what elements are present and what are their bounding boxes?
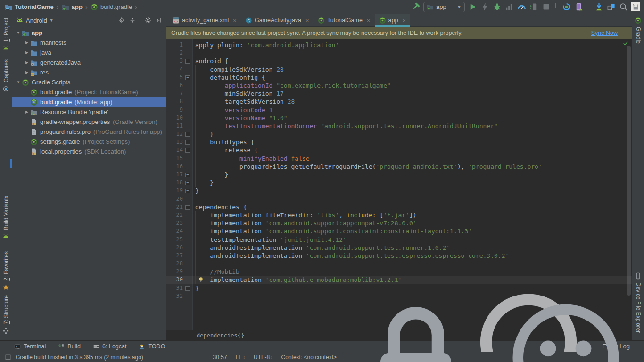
fold-end-icon[interactable]: − (185, 286, 190, 291)
intention-bulb-icon[interactable] (198, 276, 204, 283)
debug-icon[interactable] (493, 2, 502, 11)
code-line[interactable]: 19−} (166, 187, 632, 195)
tree-item-build-gradle[interactable]: build.gradle(Project: TutorialGame) (12, 87, 166, 97)
code-line[interactable]: 5− defaultConfig { (166, 74, 632, 82)
code-line[interactable]: 25 testImplementation 'junit:junit:4.12' (166, 236, 632, 244)
chevron-down-icon[interactable]: ▼ (50, 18, 54, 23)
code-line[interactable]: 9 versionCode 1 (166, 106, 632, 114)
tree-item-gradle-wrapper-properties[interactable]: gradle-wrapper.properties(Gradle Version… (12, 117, 166, 127)
chevron-collapsed-icon[interactable]: ▶ (24, 110, 30, 114)
attach-debugger-icon[interactable] (529, 2, 538, 11)
code-line[interactable]: 6 applicationId "com.example.rick.tutori… (166, 82, 632, 90)
project-view-selector[interactable]: Android (26, 17, 47, 24)
toolwindow-button-todo[interactable]: TODO (139, 343, 165, 350)
code-line[interactable]: 28 (166, 260, 632, 268)
status-message[interactable]: Gradle build finished in 3 s 395 ms (2 m… (16, 354, 143, 361)
run-configuration-select[interactable]: app▼ (423, 2, 465, 12)
stripe-button-build-variants[interactable]: Build Variants (0, 196, 12, 240)
code-line[interactable]: 17− } (166, 171, 632, 179)
tree-item-manifests[interactable]: ▶manifests (12, 38, 166, 48)
code-line[interactable]: 24 implementation 'com.android.support.c… (166, 227, 632, 235)
tree-item-res[interactable]: ▶res (12, 67, 166, 77)
chevron-collapsed-icon[interactable]: ▶ (24, 50, 30, 55)
code-line[interactable]: 20 (166, 195, 632, 203)
project-structure-icon[interactable] (607, 2, 616, 11)
sync-project-icon[interactable] (562, 2, 571, 11)
code-line[interactable]: 2 (166, 49, 632, 57)
chevron-collapsed-icon[interactable]: ▶ (24, 41, 30, 45)
tab-activity-game-xml[interactable]: <>activity_game.xml× (168, 14, 241, 26)
breadcrumb-item[interactable]: TutorialGame (5, 3, 54, 11)
code-line[interactable]: 12− } (166, 130, 632, 138)
line-separator-widget[interactable]: LF↕ (236, 354, 246, 361)
code-line[interactable]: 8 targetSdkVersion 28 (166, 98, 632, 106)
tree-item-proguard-rules-pro[interactable]: proguard-rules.pro(ProGuard Rules for ap… (12, 127, 166, 137)
profiler-icon[interactable] (517, 2, 526, 11)
collapse-all-icon[interactable] (129, 17, 136, 24)
chevron-expanded-icon[interactable]: ▼ (15, 80, 22, 84)
close-icon[interactable]: × (402, 17, 406, 24)
code-line[interactable]: 21−dependencies { (166, 203, 632, 211)
stripe-button-captures[interactable]: Captures (0, 59, 12, 92)
tree-item-gradle-scripts[interactable]: ▼Gradle Scripts (12, 77, 166, 87)
code-line[interactable]: 11 testInstrumentationRunner "android.su… (166, 122, 632, 130)
fold-collapse-icon[interactable]: − (185, 148, 190, 153)
code-line[interactable]: 13− buildTypes { (166, 138, 632, 146)
hide-panel-icon[interactable] (156, 17, 162, 24)
run-icon[interactable] (468, 2, 477, 11)
code-line[interactable]: 18− } (166, 179, 632, 187)
face-icon[interactable] (495, 287, 636, 362)
avd-manager-icon[interactable] (574, 2, 583, 11)
code-line[interactable]: 15 minifyEnabled false (166, 155, 632, 163)
code-line[interactable]: 4 compileSdkVersion 28 (166, 66, 632, 74)
stop-icon[interactable] (542, 2, 551, 11)
tab-tutorialgame[interactable]: TutorialGame× (314, 14, 375, 26)
stripe-button-2-favorites[interactable]: 2: Favorites (0, 251, 12, 291)
tree-item-settings-gradle[interactable]: settings.gradle(Project Settings) (12, 137, 166, 147)
code-line[interactable]: 26 androidTestImplementation 'com.androi… (166, 244, 632, 252)
toolwindow-button-6-logcat[interactable]: 6: Logcat (93, 343, 126, 350)
build-hammer-icon[interactable] (411, 2, 420, 11)
editor-scrollbar[interactable] (627, 46, 631, 296)
chevron-collapsed-icon[interactable]: ▶ (24, 70, 30, 74)
encoding-widget[interactable]: UTF-8↕ (254, 354, 273, 361)
code-line[interactable]: 7 minSdkVersion 17 (166, 90, 632, 98)
tree-item-generatedjava[interactable]: ▶generatedJava (12, 58, 166, 67)
context-widget[interactable]: Context: <no context> (281, 354, 337, 361)
tree-item-local-properties[interactable]: local.properties(SDK Location) (12, 147, 166, 156)
fold-collapse-icon[interactable]: − (185, 205, 190, 210)
avatar-cat-icon[interactable] (631, 2, 640, 11)
fold-end-icon[interactable]: − (185, 173, 190, 177)
toolwindow-button-build[interactable]: Build (58, 343, 81, 350)
breadcrumb-item[interactable]: app (62, 3, 83, 11)
stripe-button-7-structure[interactable]: 7: Structure (0, 295, 12, 334)
fold-collapse-icon[interactable]: − (185, 75, 190, 80)
profile-icon[interactable] (505, 2, 514, 11)
code-line[interactable]: 16 proguardFiles getDefaultProguardFile(… (166, 163, 632, 171)
fold-end-icon[interactable]: − (185, 132, 190, 137)
code-line[interactable]: 23 implementation 'com.android.support:a… (166, 219, 632, 227)
fold-collapse-icon[interactable]: − (185, 140, 190, 145)
settings-icon[interactable] (145, 17, 151, 24)
tree-item-resource-bundle-gradle-[interactable]: ▶Resource Bundle 'gradle' (12, 107, 166, 117)
tab-gameactivity-java[interactable]: CGameActivity.java× (241, 14, 314, 26)
tree-item-app[interactable]: ▼app (12, 28, 166, 38)
search-icon[interactable] (619, 2, 628, 11)
sdk-manager-icon[interactable] (594, 2, 603, 11)
caret-position[interactable]: 30:57 (213, 354, 227, 361)
close-icon[interactable]: × (233, 17, 237, 24)
code-line[interactable]: 3−android { (166, 57, 632, 65)
close-icon[interactable]: × (367, 17, 371, 24)
sync-now-link[interactable]: Sync Now (591, 30, 627, 36)
locate-icon[interactable] (118, 17, 125, 24)
breadcrumb-item[interactable]: build.gradle (91, 3, 132, 11)
chevron-expanded-icon[interactable]: ▼ (15, 31, 22, 35)
toolwindow-button-terminal[interactable]: >_Terminal (14, 343, 46, 350)
fold-end-icon[interactable]: − (185, 189, 190, 193)
code-line[interactable]: 1apply plugin: 'com.android.application' (166, 41, 632, 49)
stripe-button-gradle[interactable]: Gradle (632, 17, 644, 44)
code-line[interactable]: 14− release { (166, 146, 632, 154)
tree-item-build-gradle[interactable]: build.gradle(Module: app) (12, 97, 166, 107)
tab-app[interactable]: app× (375, 14, 410, 26)
tree-item-java[interactable]: ▶java (12, 48, 166, 58)
